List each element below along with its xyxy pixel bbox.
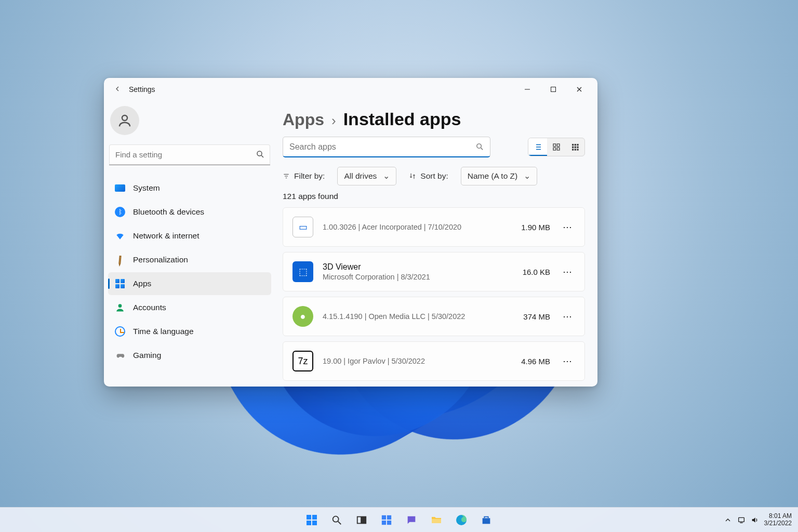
svg-rect-30: [307, 515, 311, 520]
app-icon: ●: [292, 306, 313, 327]
svg-rect-15: [557, 144, 560, 147]
clock-date: 3/21/2022: [764, 520, 792, 527]
app-size: 374 MB: [523, 312, 550, 321]
svg-rect-32: [307, 521, 311, 525]
sidebar-item-label: Gaming: [133, 351, 161, 360]
svg-point-2: [122, 115, 127, 121]
apps-count: 121 apps found: [283, 192, 585, 201]
sort-dropdown[interactable]: Name (A to Z) ⌄: [461, 167, 537, 185]
main-content: Apps › Installed apps: [281, 101, 597, 387]
app-more-button[interactable]: ⋯: [560, 221, 575, 233]
app-more-button[interactable]: ⋯: [560, 311, 575, 322]
app-name: 3D Viewer: [323, 262, 513, 272]
view-grid-button[interactable]: [547, 138, 566, 156]
app-meta: 1.00.3026 | Acer Incorporated | 7/10/202…: [323, 223, 512, 231]
taskbar-search-button[interactable]: [326, 510, 347, 530]
search-apps: [283, 137, 490, 157]
titlebar: Settings: [104, 78, 597, 101]
svg-rect-41: [387, 520, 391, 524]
app-row[interactable]: ▭1.00.3026 | Acer Incorporated | 7/10/20…: [283, 207, 585, 247]
sidebar-item-label: Network & internet: [133, 231, 200, 241]
view-list-button[interactable]: [528, 138, 547, 156]
svg-line-4: [261, 155, 263, 157]
svg-rect-1: [551, 87, 556, 92]
apps-icon: [114, 278, 126, 289]
sidebar-item-label: System: [133, 183, 160, 193]
svg-rect-33: [312, 521, 317, 525]
widgets-button[interactable]: [376, 510, 397, 530]
breadcrumb-root[interactable]: Apps: [283, 110, 324, 129]
sidebar-item-label: Accounts: [133, 303, 166, 312]
svg-rect-39: [387, 515, 391, 519]
find-setting-input[interactable]: [109, 144, 270, 165]
apps-list: ▭1.00.3026 | Acer Incorporated | 7/10/20…: [283, 207, 585, 381]
app-row[interactable]: 7z19.00 | Igor Pavlov | 5/30/20224.96 MB…: [283, 341, 585, 381]
find-setting: [109, 144, 270, 165]
volume-tray-icon[interactable]: [751, 516, 759, 524]
system-tray[interactable]: 8:01 AM 3/21/2022: [724, 513, 798, 527]
filter-dropdown[interactable]: All drives ⌄: [337, 167, 396, 185]
svg-rect-20: [577, 144, 578, 145]
app-more-button[interactable]: ⋯: [560, 355, 575, 367]
taskbar-clock[interactable]: 8:01 AM 3/21/2022: [764, 513, 792, 527]
network-tray-icon[interactable]: [737, 516, 746, 524]
chevron-right-icon: ›: [331, 113, 336, 129]
maximize-button[interactable]: [540, 78, 566, 101]
bluetooth-icon: ᛒ: [114, 206, 126, 218]
svg-rect-31: [312, 515, 317, 520]
sidebar-item-network[interactable]: Network & internet: [108, 224, 271, 247]
sidebar-item-label: Time & language: [133, 327, 194, 336]
svg-rect-36: [357, 516, 361, 523]
minimize-button[interactable]: [514, 78, 540, 101]
svg-rect-24: [572, 149, 574, 150]
sidebar-item-bluetooth[interactable]: ᛒ Bluetooth & devices: [108, 201, 271, 223]
sidebar-item-apps[interactable]: Apps: [108, 272, 271, 295]
sidebar-item-label: Apps: [133, 279, 151, 288]
svg-point-34: [333, 516, 339, 522]
svg-line-35: [338, 521, 341, 524]
sidebar-item-accounts[interactable]: Accounts: [108, 296, 271, 319]
start-button[interactable]: [301, 510, 322, 530]
sidebar-item-system[interactable]: System: [108, 177, 271, 200]
edge-button[interactable]: [451, 510, 472, 530]
svg-point-5: [118, 304, 122, 308]
svg-rect-23: [577, 147, 578, 148]
app-row[interactable]: ●4.15.1.4190 | Open Media LLC | 5/30/202…: [283, 297, 585, 336]
view-tiles-button[interactable]: [566, 138, 584, 156]
svg-rect-40: [382, 520, 386, 524]
svg-rect-18: [572, 144, 574, 145]
sidebar: System ᛒ Bluetooth & devices Network & i…: [104, 101, 281, 387]
sidebar-item-personalization[interactable]: Personalization: [108, 248, 271, 271]
svg-rect-14: [553, 144, 556, 147]
search-apps-input[interactable]: [283, 137, 490, 157]
accounts-icon: [114, 302, 126, 313]
store-button[interactable]: [476, 510, 497, 530]
svg-rect-22: [575, 147, 576, 148]
app-row[interactable]: ⬚3D ViewerMicrosoft Corporation | 8/3/20…: [283, 252, 585, 291]
search-icon: [475, 142, 484, 153]
chevron-up-icon[interactable]: [724, 516, 732, 524]
back-button[interactable]: [109, 85, 126, 95]
file-explorer-button[interactable]: [426, 510, 447, 530]
app-more-button[interactable]: ⋯: [560, 266, 575, 277]
app-size: 4.96 MB: [521, 357, 550, 366]
close-button[interactable]: [566, 78, 592, 101]
chat-button[interactable]: [401, 510, 422, 530]
sidebar-item-gaming[interactable]: Gaming: [108, 344, 271, 367]
chevron-down-icon: ⌄: [524, 171, 530, 181]
sort-label: Sort by:: [409, 171, 448, 181]
app-meta: Microsoft Corporation | 8/3/2021: [323, 273, 513, 281]
sidebar-item-label: Personalization: [133, 255, 188, 264]
app-size: 16.0 KB: [523, 268, 550, 276]
user-avatar[interactable]: [110, 106, 139, 135]
svg-rect-16: [553, 148, 556, 150]
app-size: 1.90 MB: [521, 223, 550, 232]
wifi-icon: [114, 230, 126, 242]
brush-icon: [112, 252, 128, 268]
svg-rect-25: [575, 149, 576, 150]
chevron-down-icon: ⌄: [383, 171, 390, 181]
svg-rect-17: [557, 148, 560, 150]
svg-point-6: [477, 144, 482, 149]
sidebar-item-time[interactable]: Time & language: [108, 320, 271, 343]
task-view-button[interactable]: [351, 510, 372, 530]
